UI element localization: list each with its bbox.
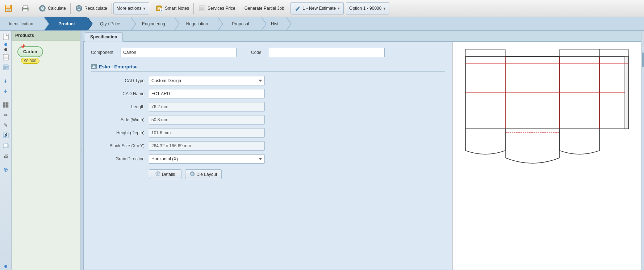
- option-arrow-icon: ▼: [382, 7, 386, 10]
- breadcrumb-nav: Identification Product Qty / Price Engin…: [0, 17, 644, 31]
- option-label: Option 1 - 90000: [349, 6, 381, 11]
- grain-direction-row: Grain Direction Horizontal (X): [91, 154, 445, 164]
- more-actions-arrow-icon: ▼: [142, 7, 146, 10]
- svg-rect-33: [6, 102, 8, 105]
- print-button[interactable]: [18, 2, 32, 15]
- products-header-label: Products: [15, 33, 34, 38]
- side-width-label: Side (Width): [91, 117, 149, 122]
- nav-step-proposal[interactable]: Proposal: [217, 17, 261, 30]
- separator-5: [151, 3, 151, 14]
- svg-text:B: B: [4, 132, 7, 137]
- smart-notes-button[interactable]: N Smart Notes: [152, 2, 192, 15]
- details-button[interactable]: Details: [149, 169, 181, 179]
- length-input[interactable]: [149, 102, 265, 111]
- services-price-icon: [198, 4, 206, 12]
- more-actions-label: More actions: [117, 6, 142, 11]
- nav-step-qty-price[interactable]: Qty / Price: [87, 17, 130, 30]
- grain-direction-label: Grain Direction: [91, 156, 149, 161]
- nav-step-identification-label: Identification: [9, 21, 33, 26]
- die-layout-icon: [190, 171, 195, 177]
- sidebar-icon-add2[interactable]: +: [1, 87, 11, 96]
- nav-step-hist-label: Hist: [271, 21, 279, 26]
- generate-partial-job-label: Generate Partial Job: [244, 6, 284, 11]
- esko-icon: [91, 64, 97, 70]
- scroll-thumb[interactable]: [642, 52, 644, 67]
- sidebar-icon-circle-plus[interactable]: ⊕: [1, 165, 11, 174]
- nav-step-negotiation[interactable]: Negotiation: [174, 17, 217, 30]
- left-icons-sidebar: + + ✏ ✎ B 🖨 ⊕: [0, 31, 12, 270]
- save-button[interactable]: [1, 2, 15, 15]
- product-bubble[interactable]: Carton: [17, 46, 43, 57]
- sidebar-icon-add[interactable]: +: [1, 76, 11, 86]
- panel-resizer[interactable]: ⋮: [80, 31, 83, 270]
- sidebar-icon-pencil[interactable]: ✏: [1, 110, 11, 120]
- sidebar-dot-1: [4, 43, 7, 46]
- sidebar-dot-2: [4, 48, 7, 51]
- svg-text:N: N: [160, 7, 163, 12]
- nav-step-product[interactable]: Product: [43, 17, 87, 30]
- sidebar-icon-document2[interactable]: [1, 52, 11, 62]
- separator-8: [289, 3, 289, 14]
- nav-step-qty-price-label: Qty / Price: [100, 21, 120, 26]
- svg-rect-5: [23, 5, 28, 8]
- services-price-button[interactable]: Services Price: [195, 2, 238, 15]
- separator-4: [112, 3, 112, 14]
- smart-notes-label: Smart Notes: [165, 6, 189, 11]
- code-input[interactable]: [269, 48, 385, 57]
- cad-type-select[interactable]: Custom Design: [149, 76, 265, 85]
- cad-type-label: CAD Type: [91, 78, 149, 83]
- component-input[interactable]: [121, 48, 237, 57]
- sidebar-icon-document[interactable]: [1, 32, 11, 42]
- product-node-carton[interactable]: Carton 90,000: [17, 46, 43, 64]
- recalculate-button[interactable]: Recalculate: [72, 2, 110, 15]
- height-depth-input[interactable]: [149, 128, 265, 138]
- nav-step-engineering[interactable]: Engineering: [130, 17, 174, 30]
- svg-rect-3: [7, 9, 10, 10]
- sidebar-icon-grid[interactable]: [1, 100, 11, 110]
- side-width-row: Side (Width): [91, 115, 445, 125]
- sidebar-icon-print[interactable]: 🖨: [1, 151, 11, 160]
- services-price-label: Services Price: [208, 6, 235, 11]
- die-layout-button[interactable]: Die Layout: [185, 169, 222, 179]
- blank-size-row: Blank Size (X x Y): [91, 141, 445, 151]
- svg-rect-35: [6, 105, 8, 107]
- length-label: Length: [91, 104, 149, 109]
- svg-rect-1: [6, 5, 10, 8]
- cad-name-input[interactable]: [149, 89, 265, 98]
- scrollbar[interactable]: [641, 31, 644, 270]
- separator-6: [193, 3, 194, 14]
- blank-size-input[interactable]: [149, 141, 265, 151]
- nav-step-engineering-label: Engineering: [142, 21, 165, 26]
- esko-enterprise-link[interactable]: Esko - Enterprise: [99, 64, 138, 69]
- sidebar-icon-layers[interactable]: [1, 141, 11, 150]
- print-icon: [21, 4, 29, 12]
- nav-step-identification[interactable]: Identification: [0, 17, 43, 30]
- new-estimate-button[interactable]: 1 - New Estimate ▼: [290, 2, 344, 14]
- side-width-input[interactable]: [149, 115, 265, 125]
- svg-rect-34: [3, 105, 5, 107]
- product-qty: 90,000: [21, 58, 40, 64]
- cad-name-label: CAD Name: [91, 91, 149, 96]
- cad-type-row: CAD Type Custom Design: [91, 76, 445, 85]
- svg-text:⚙: ⚙: [41, 6, 45, 11]
- blank-size-label: Blank Size (X x Y): [91, 143, 149, 148]
- more-actions-button[interactable]: More actions ▼: [113, 2, 150, 14]
- generate-partial-job-button[interactable]: Generate Partial Job: [242, 2, 287, 15]
- svg-point-43: [158, 172, 158, 173]
- calculate-button[interactable]: ⚙ Calculate: [35, 2, 69, 15]
- recalculate-icon: [75, 4, 83, 12]
- die-layout-label: Die Layout: [196, 172, 217, 177]
- tab-bar: Specification: [83, 31, 641, 42]
- grain-direction-select[interactable]: Horizontal (X): [149, 154, 265, 164]
- sidebar-icon-note[interactable]: [1, 63, 11, 72]
- esko-section-header: Esko - Enterprise: [91, 62, 445, 72]
- tab-specification[interactable]: Specification: [85, 32, 123, 42]
- separator-7: [240, 3, 240, 14]
- length-row: Length: [91, 102, 445, 111]
- sidebar-icon-edit[interactable]: B: [1, 131, 11, 140]
- option-button[interactable]: Option 1 - 90000 ▼: [346, 2, 389, 14]
- height-depth-label: Height (Depth): [91, 130, 149, 135]
- separator-1: [17, 3, 17, 14]
- sidebar-icon-pencil2[interactable]: ✎: [1, 121, 11, 130]
- products-panel: Products Carton 90,000: [12, 31, 80, 270]
